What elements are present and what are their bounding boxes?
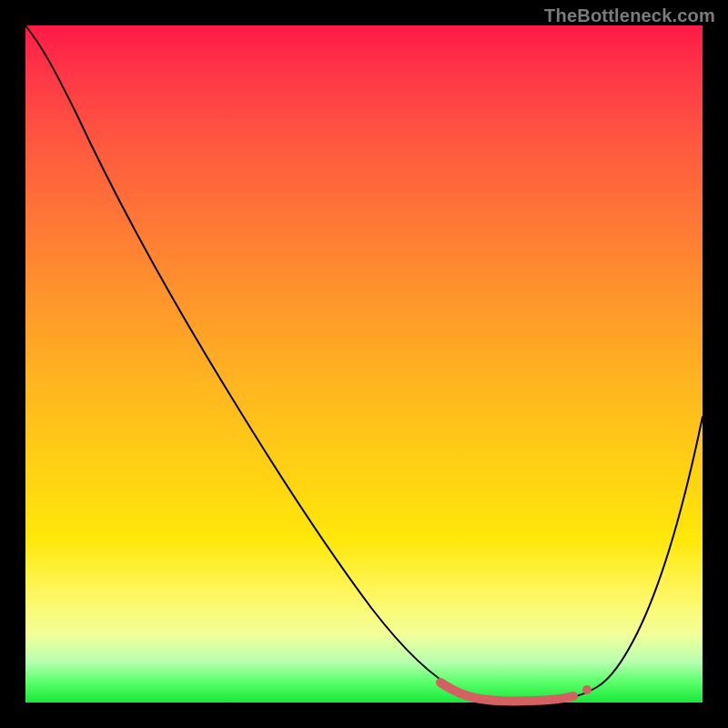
plot-area <box>25 25 703 703</box>
chart-svg <box>25 25 703 703</box>
optimal-range-mark <box>440 682 573 701</box>
stage: TheBottleneck.com <box>0 0 728 728</box>
bottleneck-curve <box>25 25 703 701</box>
watermark-text: TheBottleneck.com <box>544 5 715 26</box>
optimal-range-dot <box>582 685 592 694</box>
